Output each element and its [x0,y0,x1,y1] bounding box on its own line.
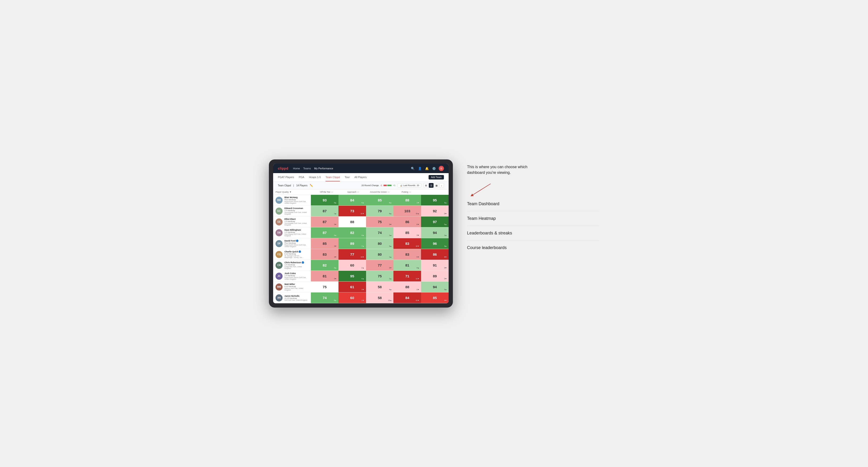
score-putting[interactable]: 854▼ [421,292,448,303]
score-around_green[interactable]: 10315▲ [394,206,421,216]
player-name[interactable]: Elliot Ebert [284,218,296,220]
score-approach[interactable]: 799▲ [366,206,394,216]
score-off_tee[interactable]: 897▲ [338,238,366,249]
score-around_green[interactable]: 8421▼ [394,292,421,303]
option-team-dashboard[interactable]: Team Dashboard [467,201,599,206]
score-putting[interactable]: 913▼ [421,260,448,271]
nav-teams[interactable]: Teams [303,166,311,171]
view-download-icon[interactable]: ↓ [439,183,444,188]
score-value: 95 [350,274,354,278]
table-row[interactable]: MMMatt Miller6-10 HandicapWoburn Golf Cl… [273,282,448,292]
score-around_green[interactable]: 853▼ [394,227,421,238]
score-quality[interactable]: 939▲ [311,195,338,206]
score-quality[interactable]: 853▼ [311,238,338,249]
round-change-section: 20 Round Change -5 +5 [362,184,395,187]
player-name[interactable]: Edward Crossman [284,207,303,210]
score-quality[interactable]: 874▲ [311,227,338,238]
nav-home[interactable]: Home [293,166,300,171]
score-around_green[interactable]: 866▼ [394,217,421,227]
last-rounds-button[interactable]: 📊 Last Rounds: 20 [398,183,421,187]
table-row[interactable]: CRChris Robertson✓1-5 HandicapCraigmilla… [273,260,448,271]
score-approach[interactable]: 803▲ [366,238,394,249]
subnav-team-clippd[interactable]: Team Clippd [326,173,340,181]
score-approach[interactable]: 5810▲ [366,292,394,303]
settings-icon[interactable]: ⚙️ [432,166,436,171]
score-quality[interactable]: 823▲ [311,260,338,271]
score-off_tee[interactable]: 602▲ [338,260,366,271]
score-quality[interactable]: 813▼ [311,271,338,281]
option-leaderboards[interactable]: Leaderboards & streaks [467,231,599,236]
table-row[interactable]: EEElliot Ebert1-5 HandicapSunningdale Go… [273,217,448,227]
player-name[interactable]: Chris Robertson [284,261,301,264]
score-putting[interactable]: 975▲ [421,217,448,227]
score-putting[interactable]: 963▲ [421,238,448,249]
table-row[interactable]: ECEdward Crossman1-5 HandicapSunningdale… [273,206,448,217]
edit-icon[interactable]: ✏️ [310,184,313,187]
score-putting[interactable]: 943▲ [421,282,448,292]
score-quality[interactable]: 873▼ [311,217,338,227]
score-approach[interactable]: 858▲ [366,195,394,206]
score-around_green[interactable]: 881▼ [394,195,421,206]
person-icon[interactable]: 👤 [417,166,422,171]
score-quality[interactable]: 75 [311,282,338,292]
player-name[interactable]: Matt Miller [284,283,295,285]
user-avatar[interactable]: U [439,166,444,171]
score-putting[interactable]: 892▼ [421,271,448,281]
score-approach[interactable]: 584▲ [366,282,394,292]
score-around_green[interactable]: 8310▼ [394,238,421,249]
table-row[interactable]: DBDave Billingham1-5 HandicapGog Magog G… [273,227,448,238]
search-icon[interactable]: 🔍 [410,166,415,171]
subnav-tour[interactable]: Tour [345,173,349,181]
score-off_tee[interactable]: 7714▼ [338,249,366,260]
score-around_green[interactable]: 814▲ [394,260,421,271]
table-row[interactable]: JCJosh Coles1-5 HandicapRoyal North Devo… [273,271,448,282]
score-off_tee[interactable]: 824▲ [338,227,366,238]
score-approach[interactable]: 741▲ [366,227,394,238]
score-putting[interactable]: 941▲ [421,227,448,238]
score-approach[interactable]: 773▼ [366,260,394,271]
table-row[interactable]: ANAaron Nicholls11-15 HandicapDrift Golf… [273,292,448,303]
player-name[interactable]: Charlie Quick [284,250,298,253]
table-row[interactable]: DFDavid Ford✓Plus HandicapRoyal North De… [273,238,448,249]
subnav-all-players[interactable]: All Players [354,173,367,181]
table-row[interactable]: CQCharlie Quick✓6-10 HandicapSt. George'… [273,249,448,260]
option-course-leaderboards[interactable]: Course leaderboards [467,245,599,250]
player-details: Edward Crossman1-5 HandicapSunningdale G… [284,207,309,215]
score-putting[interactable]: 868▼ [421,249,448,260]
score-putting[interactable]: 923▼ [421,206,448,216]
score-quality[interactable]: 748▲ [311,292,338,303]
bell-icon[interactable]: 🔔 [425,166,429,171]
nav-my-performance[interactable]: My Performance [314,166,333,171]
score-approach[interactable]: 801▲ [366,249,394,260]
score-off_tee[interactable]: 613▼ [338,282,366,292]
subnav-pga[interactable]: PGA [299,173,304,181]
score-off_tee[interactable]: 601▼ [338,292,366,303]
score-around_green[interactable]: 7111▼ [394,271,421,281]
subnav-pgat[interactable]: PGAT Players [278,173,294,181]
table-row[interactable]: BMBlair McHargPlus HandicapRoyal North D… [273,195,448,206]
score-off_tee[interactable]: 846▲ [338,195,366,206]
score-approach[interactable]: 752▲ [366,271,394,281]
score-value: 97 [433,220,437,224]
player-name[interactable]: Josh Coles [284,272,296,275]
player-name[interactable]: Dave Billingham [284,229,301,231]
subnav-hcaps[interactable]: Hcaps 1-5 [309,173,321,181]
option-team-heatmap[interactable]: Team Heatmap [467,216,599,221]
player-name[interactable]: Blair McHarg [284,196,298,198]
view-list-icon[interactable]: ☰ [429,183,434,188]
score-around_green[interactable]: 836▼ [394,249,421,260]
score-off_tee[interactable]: 7311▼ [338,206,366,216]
player-name[interactable]: Aaron Nicholls [284,295,300,297]
add-team-button[interactable]: Add Team [429,175,444,180]
score-around_green[interactable]: 882▼ [394,282,421,292]
score-off_tee[interactable]: 958▲ [338,271,366,281]
view-heatmap-icon[interactable]: ▦ [434,183,439,188]
score-quality[interactable]: 833▼ [311,249,338,260]
score-quality[interactable]: 871▲ [311,206,338,216]
score-putting[interactable]: 959▲ [421,195,448,206]
view-grid-icon[interactable]: ⊞ [424,183,428,188]
nav-icons: 🔍 👤 🔔 ⚙️ U [410,166,444,171]
score-approach[interactable]: 753▼ [366,217,394,227]
score-off_tee[interactable]: 88 [338,217,366,227]
player-name[interactable]: David Ford [284,240,296,242]
